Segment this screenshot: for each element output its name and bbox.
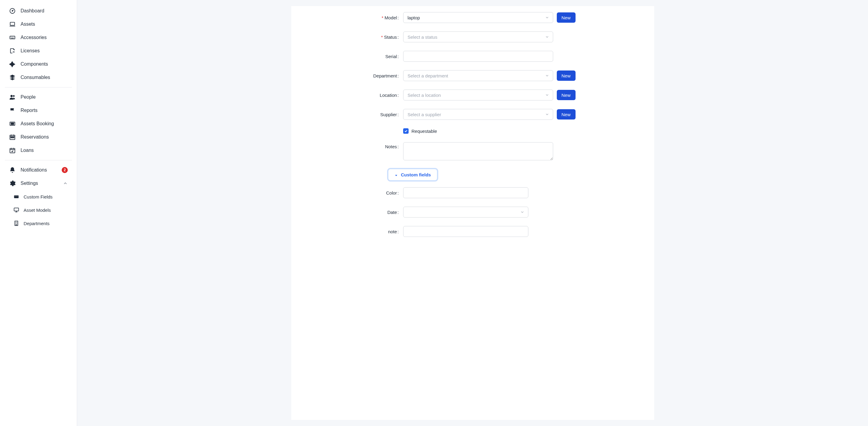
supplier-new-button[interactable]: New bbox=[557, 109, 576, 120]
sidebar-subitem-custom-fields[interactable]: Custom Fields bbox=[5, 190, 72, 203]
form-row-note: note: bbox=[303, 226, 642, 237]
svg-point-5 bbox=[13, 95, 15, 97]
calendar-check-icon bbox=[9, 147, 16, 154]
notifications-badge: 2 bbox=[62, 167, 68, 173]
form-row-requestable: Requestable bbox=[303, 128, 642, 134]
form-row-date: Date: bbox=[303, 207, 642, 217]
svg-rect-9 bbox=[11, 137, 12, 138]
svg-point-4 bbox=[10, 95, 13, 97]
supplier-select[interactable]: Select a supplier bbox=[403, 109, 553, 120]
sidebar-item-label: Dashboard bbox=[21, 8, 68, 13]
svg-rect-7 bbox=[11, 123, 13, 125]
status-select[interactable]: Select a status bbox=[403, 31, 553, 42]
sidebar-subitem-label: Asset Models bbox=[24, 208, 51, 213]
date-select[interactable] bbox=[403, 207, 528, 217]
location-new-button[interactable]: New bbox=[557, 90, 576, 100]
card-icon bbox=[13, 193, 21, 200]
form-row-model: *Model: laptop New bbox=[303, 12, 642, 23]
puzzle-icon bbox=[9, 61, 16, 67]
sidebar-item-label: People bbox=[21, 94, 68, 100]
sidebar-item-notifications[interactable]: Notifications 2 bbox=[5, 163, 72, 177]
serial-label: Serial: bbox=[303, 54, 403, 59]
sidebar-subitem-asset-models[interactable]: Asset Models bbox=[5, 203, 72, 217]
color-input[interactable] bbox=[403, 187, 528, 198]
required-mark: * bbox=[382, 15, 383, 20]
sidebar-item-reservations[interactable]: Reservations bbox=[5, 130, 72, 144]
sidebar-item-label: Assets Booking bbox=[21, 121, 68, 126]
requestable-checkbox[interactable] bbox=[403, 128, 409, 134]
color-label: Color: bbox=[303, 190, 403, 195]
booking-icon bbox=[9, 120, 16, 127]
sidebar-subitem-label: Departments bbox=[24, 221, 50, 226]
svg-rect-2 bbox=[10, 22, 15, 25]
laptop-icon bbox=[9, 21, 16, 28]
sidebar-item-settings[interactable]: Settings bbox=[5, 177, 72, 190]
model-label: *Model: bbox=[303, 15, 403, 20]
custom-fields-toggle-row: Custom fields bbox=[388, 169, 642, 181]
sidebar-item-label: Notifications bbox=[21, 167, 62, 173]
main-content: *Model: laptop New *Status: bbox=[77, 0, 868, 426]
note-input[interactable] bbox=[403, 226, 528, 237]
department-new-button[interactable]: New bbox=[557, 70, 576, 81]
sidebar-item-assets-booking[interactable]: Assets Booking bbox=[5, 117, 72, 130]
sidebar: Dashboard Assets Accessories Licenses bbox=[0, 0, 77, 426]
monitor-icon bbox=[13, 207, 21, 213]
svg-point-1 bbox=[12, 10, 13, 11]
sidebar-item-label: Accessories bbox=[21, 35, 68, 40]
form-row-status: *Status: Select a status bbox=[303, 31, 642, 42]
sidebar-item-components[interactable]: Components bbox=[5, 58, 72, 71]
sidebar-item-assets[interactable]: Assets bbox=[5, 18, 72, 31]
caret-down-icon bbox=[394, 173, 398, 177]
svg-rect-12 bbox=[10, 149, 15, 153]
form-row-location: Location: Select a location New bbox=[303, 90, 642, 100]
status-label: *Status: bbox=[303, 34, 403, 40]
location-select[interactable]: Select a location bbox=[403, 90, 553, 100]
svg-rect-14 bbox=[14, 195, 19, 196]
form-card: *Model: laptop New *Status: bbox=[291, 6, 654, 420]
sidebar-item-accessories[interactable]: Accessories bbox=[5, 31, 72, 44]
notes-textarea[interactable] bbox=[403, 142, 553, 160]
sidebar-item-label: Components bbox=[21, 61, 68, 67]
gear-icon bbox=[9, 180, 16, 187]
chevron-up-icon bbox=[63, 181, 68, 186]
certificate-icon bbox=[9, 48, 16, 54]
people-icon bbox=[9, 94, 16, 100]
department-select[interactable]: Select a department bbox=[403, 70, 553, 81]
sidebar-item-consumables[interactable]: Consumables bbox=[5, 71, 72, 84]
form-row-serial: Serial: bbox=[303, 51, 642, 62]
sidebar-item-label: Assets bbox=[21, 22, 68, 27]
sidebar-item-licenses[interactable]: Licenses bbox=[5, 44, 72, 58]
sidebar-subitem-departments[interactable]: Departments bbox=[5, 217, 72, 230]
sidebar-item-dashboard[interactable]: Dashboard bbox=[5, 4, 72, 18]
form-row-department: Department: Select a department New bbox=[303, 70, 642, 81]
svg-rect-11 bbox=[13, 137, 14, 138]
model-select[interactable]: laptop bbox=[403, 12, 553, 23]
sidebar-item-label: Settings bbox=[21, 181, 63, 186]
svg-rect-10 bbox=[12, 137, 13, 138]
divider bbox=[5, 160, 72, 160]
chevron-down-icon bbox=[520, 210, 524, 214]
gauge-icon bbox=[9, 7, 16, 14]
sidebar-item-label: Licenses bbox=[21, 48, 68, 54]
date-label: Date: bbox=[303, 210, 403, 215]
chevron-down-icon bbox=[545, 73, 549, 78]
sidebar-item-reports[interactable]: Reports bbox=[5, 104, 72, 117]
calendar-icon bbox=[9, 134, 16, 141]
sidebar-item-label: Loans bbox=[21, 148, 68, 153]
location-label: Location: bbox=[303, 93, 403, 98]
department-label: Department: bbox=[303, 73, 403, 79]
sidebar-item-label: Reports bbox=[21, 108, 68, 113]
chevron-down-icon bbox=[545, 35, 549, 39]
custom-fields-toggle-button[interactable]: Custom fields bbox=[388, 169, 437, 181]
keyboard-icon bbox=[9, 34, 16, 41]
form-row-color: Color: bbox=[303, 187, 642, 198]
sidebar-item-people[interactable]: People bbox=[5, 90, 72, 104]
sidebar-item-label: Reservations bbox=[21, 134, 68, 140]
requestable-label: Requestable bbox=[412, 129, 437, 134]
serial-input[interactable] bbox=[403, 51, 553, 62]
chevron-down-icon bbox=[545, 93, 549, 97]
sidebar-item-label: Consumables bbox=[21, 75, 68, 80]
sidebar-item-loans[interactable]: Loans bbox=[5, 144, 72, 157]
model-new-button[interactable]: New bbox=[557, 12, 576, 23]
svg-rect-3 bbox=[10, 36, 15, 39]
